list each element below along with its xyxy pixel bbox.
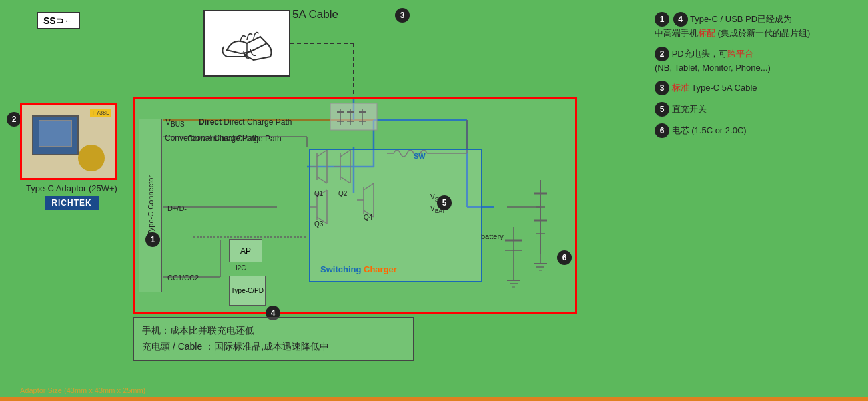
adaptor-image: F738L [20,103,117,180]
sw-label-top: SW [414,152,426,160]
bottom-text-box: 手机：成本比并联充电还低 充电頭 / Cable ：国际标准品,成本迅速降低中 [133,317,414,361]
i2c-label: I2C [236,264,246,272]
usb-icon: SS⊃← [37,12,80,29]
handshake-image [203,10,290,77]
battery-label: battery [481,232,504,240]
vbus-label: VBUS [165,117,185,128]
cc1cc2-label: CC1/CC2 [167,274,199,282]
right-annotations: 1 4 Type-C / USB PD已经成为 中高端手机标配 (集成於新一代的… [655,12,861,145]
sw-charger-text: Switching Charger [320,264,397,274]
badge-2: 2 [7,112,21,127]
switching-charger-box: SW Q1 Q2 Q3 Q4 VSYS VBAT Switching Charg… [309,149,482,282]
annotation-row-3: 3 标准 Type-C 5A Cable [655,81,861,95]
annotation-row-2: 2 PD充电头，可跨平台 (NB, Tablet, Monitor, Phone… [655,47,861,75]
q2-label: Q2 [338,190,347,197]
connector-label: Type-C Connector [147,175,155,235]
q4-label: Q4 [364,214,372,221]
badge-1: 1 [145,232,160,247]
orange-bar [0,397,868,401]
annotation-row-6: 6 电芯 (1.5C or 2.0C) [655,123,861,138]
annotation-row-5: 5 直充开关 [655,102,861,117]
typec-pd-box: Type-C/PD [229,276,266,306]
badge-6: 6 [557,250,572,265]
adaptor-section: F738L Type-C Adaptor (25W+) RICHTEK [20,103,123,212]
badge-3: 3 [395,8,410,23]
bottom-line-2: 充电頭 / Cable ：国际标准品,成本迅速降低中 [142,339,405,355]
ap-box: AP [229,239,262,262]
badge-5: 5 [437,195,452,210]
q1-label: Q1 [314,190,323,197]
bottom-line-1: 手机：成本比并联充电还低 [142,323,405,339]
annotation-row-1: 1 4 Type-C / USB PD已经成为 中高端手机标配 (集成於新一代的… [655,12,861,40]
richtek-brand: RICHTEK [45,196,98,210]
dp-dm-label: D+/D- [167,204,187,212]
direct-charge-label: Direct Direct Charge Path [199,117,292,127]
connector-wrapper: Type-C Connector [139,119,162,292]
adaptor-size-label: Adaptor Size (43mm x 43mm x 25mm) [20,386,145,394]
adaptor-label: Type-C Adaptor (25W+) [20,183,123,193]
circuit-diagram: Type-C Connector VBUS Direct Direct Char… [133,97,577,314]
ss-text: SS⊃← [43,15,73,26]
q3-label: Q3 [314,220,323,228]
conventional-charge-text: Conventional Charge Path [165,133,259,143]
